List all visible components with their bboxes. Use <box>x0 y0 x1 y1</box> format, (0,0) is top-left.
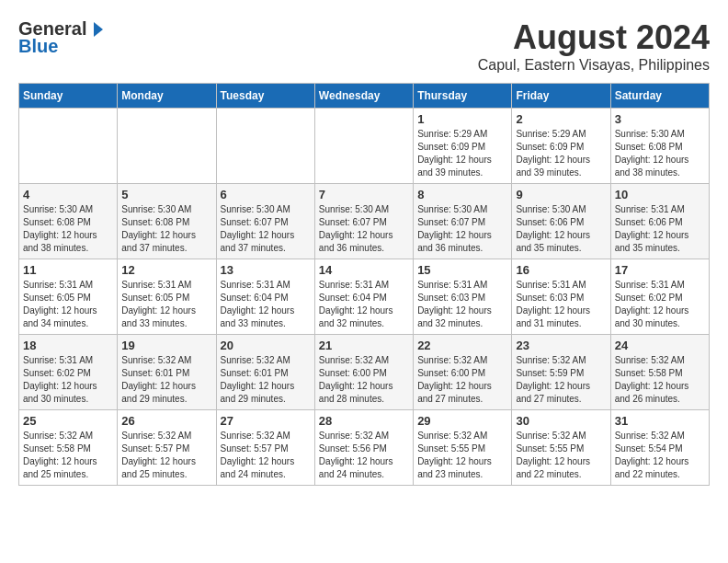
calendar-header: SundayMondayTuesdayWednesdayThursdayFrid… <box>19 84 710 109</box>
calendar-cell: 14 Sunrise: 5:31 AM Sunset: 6:04 PM Dayl… <box>314 259 413 335</box>
title-area: August 2024 Capul, Eastern Visayas, Phil… <box>478 18 710 74</box>
calendar-cell: 11 Sunrise: 5:31 AM Sunset: 6:05 PM Dayl… <box>19 259 118 335</box>
day-info: Sunrise: 5:31 AM Sunset: 6:04 PM Dayligh… <box>319 279 409 330</box>
day-number: 4 <box>23 188 113 201</box>
logo-arrow-icon <box>86 20 105 39</box>
day-info: Sunrise: 5:31 AM Sunset: 6:05 PM Dayligh… <box>23 279 113 330</box>
day-info: Sunrise: 5:32 AM Sunset: 6:01 PM Dayligh… <box>221 354 311 406</box>
subtitle: Capul, Eastern Visayas, Philippines <box>478 57 710 74</box>
day-number: 9 <box>516 188 606 201</box>
day-number: 20 <box>221 339 311 352</box>
day-info: Sunrise: 5:32 AM Sunset: 6:00 PM Dayligh… <box>417 354 507 406</box>
calendar-cell: 12 Sunrise: 5:31 AM Sunset: 6:05 PM Dayl… <box>118 259 216 335</box>
day-number: 7 <box>319 188 409 201</box>
day-info: Sunrise: 5:31 AM Sunset: 6:03 PM Dayligh… <box>516 279 606 330</box>
calendar-cell: 24 Sunrise: 5:32 AM Sunset: 5:58 PM Dayl… <box>610 335 709 410</box>
day-info: Sunrise: 5:30 AM Sunset: 6:08 PM Dayligh… <box>615 128 705 179</box>
logo: General Blue <box>18 18 105 57</box>
day-info: Sunrise: 5:32 AM Sunset: 6:00 PM Dayligh… <box>319 354 409 406</box>
calendar-cell: 3 Sunrise: 5:30 AM Sunset: 6:08 PM Dayli… <box>610 109 709 184</box>
day-info: Sunrise: 5:32 AM Sunset: 5:57 PM Dayligh… <box>121 430 211 481</box>
week-row-1: 1 Sunrise: 5:29 AM Sunset: 6:09 PM Dayli… <box>19 109 710 184</box>
day-number: 21 <box>319 339 409 352</box>
day-info: Sunrise: 5:32 AM Sunset: 5:58 PM Dayligh… <box>23 430 113 481</box>
day-header-tuesday: Tuesday <box>216 84 314 109</box>
calendar-cell: 22 Sunrise: 5:32 AM Sunset: 6:00 PM Dayl… <box>414 335 512 410</box>
calendar-table: SundayMondayTuesdayWednesdayThursdayFrid… <box>18 83 710 486</box>
calendar-cell: 25 Sunrise: 5:32 AM Sunset: 5:58 PM Dayl… <box>19 410 118 486</box>
calendar-cell: 18 Sunrise: 5:31 AM Sunset: 6:02 PM Dayl… <box>19 335 118 410</box>
day-info: Sunrise: 5:32 AM Sunset: 5:54 PM Dayligh… <box>615 430 705 481</box>
day-header-friday: Friday <box>512 84 610 109</box>
day-number: 31 <box>615 414 705 428</box>
calendar-cell: 2 Sunrise: 5:29 AM Sunset: 6:09 PM Dayli… <box>512 109 610 184</box>
day-number: 28 <box>319 414 409 428</box>
day-number: 16 <box>516 263 606 277</box>
calendar-cell: 20 Sunrise: 5:32 AM Sunset: 6:01 PM Dayl… <box>216 335 314 410</box>
calendar-cell: 6 Sunrise: 5:30 AM Sunset: 6:07 PM Dayli… <box>216 184 314 259</box>
calendar-cell <box>216 109 314 184</box>
day-info: Sunrise: 5:29 AM Sunset: 6:09 PM Dayligh… <box>417 128 507 179</box>
day-number: 25 <box>23 414 113 428</box>
day-header-thursday: Thursday <box>414 84 512 109</box>
calendar-cell: 23 Sunrise: 5:32 AM Sunset: 5:59 PM Dayl… <box>512 335 610 410</box>
calendar-cell: 13 Sunrise: 5:31 AM Sunset: 6:04 PM Dayl… <box>216 259 314 335</box>
calendar-cell: 26 Sunrise: 5:32 AM Sunset: 5:57 PM Dayl… <box>118 410 216 486</box>
day-number: 15 <box>417 263 507 277</box>
day-info: Sunrise: 5:32 AM Sunset: 5:57 PM Dayligh… <box>221 430 311 481</box>
day-header-monday: Monday <box>118 84 216 109</box>
week-row-4: 18 Sunrise: 5:31 AM Sunset: 6:02 PM Dayl… <box>19 335 710 410</box>
calendar-cell: 28 Sunrise: 5:32 AM Sunset: 5:56 PM Dayl… <box>314 410 413 486</box>
calendar-cell: 30 Sunrise: 5:32 AM Sunset: 5:55 PM Dayl… <box>512 410 610 486</box>
day-header-saturday: Saturday <box>610 84 709 109</box>
calendar-cell: 1 Sunrise: 5:29 AM Sunset: 6:09 PM Dayli… <box>414 109 512 184</box>
calendar-cell <box>314 109 413 184</box>
calendar-cell <box>19 109 118 184</box>
day-header-sunday: Sunday <box>19 84 118 109</box>
svg-marker-0 <box>94 22 103 37</box>
calendar-cell: 17 Sunrise: 5:31 AM Sunset: 6:02 PM Dayl… <box>610 259 709 335</box>
calendar-cell: 27 Sunrise: 5:32 AM Sunset: 5:57 PM Dayl… <box>216 410 314 486</box>
calendar-cell: 21 Sunrise: 5:32 AM Sunset: 6:00 PM Dayl… <box>314 335 413 410</box>
day-number: 8 <box>417 188 507 201</box>
day-number: 24 <box>615 339 705 352</box>
day-number: 30 <box>516 414 606 428</box>
day-info: Sunrise: 5:30 AM Sunset: 6:08 PM Dayligh… <box>23 203 113 255</box>
day-number: 18 <box>23 339 113 352</box>
logo-blue-text: Blue <box>18 36 58 56</box>
week-row-2: 4 Sunrise: 5:30 AM Sunset: 6:08 PM Dayli… <box>19 184 710 259</box>
day-info: Sunrise: 5:30 AM Sunset: 6:07 PM Dayligh… <box>221 203 311 255</box>
main-title: August 2024 <box>478 18 710 57</box>
day-number: 10 <box>615 188 705 201</box>
day-info: Sunrise: 5:31 AM Sunset: 6:02 PM Dayligh… <box>23 354 113 406</box>
day-number: 29 <box>417 414 507 428</box>
day-info: Sunrise: 5:32 AM Sunset: 6:01 PM Dayligh… <box>121 354 211 406</box>
day-number: 13 <box>221 263 311 277</box>
day-info: Sunrise: 5:30 AM Sunset: 6:06 PM Dayligh… <box>516 203 606 255</box>
day-number: 11 <box>23 263 113 277</box>
week-row-3: 11 Sunrise: 5:31 AM Sunset: 6:05 PM Dayl… <box>19 259 710 335</box>
day-info: Sunrise: 5:32 AM Sunset: 5:55 PM Dayligh… <box>516 430 606 481</box>
day-number: 14 <box>319 263 409 277</box>
day-info: Sunrise: 5:29 AM Sunset: 6:09 PM Dayligh… <box>516 128 606 179</box>
day-info: Sunrise: 5:32 AM Sunset: 5:56 PM Dayligh… <box>319 430 409 481</box>
calendar-cell: 4 Sunrise: 5:30 AM Sunset: 6:08 PM Dayli… <box>19 184 118 259</box>
day-number: 3 <box>615 112 705 126</box>
day-number: 19 <box>121 339 211 352</box>
day-number: 5 <box>121 188 211 201</box>
day-info: Sunrise: 5:32 AM Sunset: 5:58 PM Dayligh… <box>615 354 705 406</box>
day-number: 12 <box>121 263 211 277</box>
day-number: 2 <box>516 112 606 126</box>
day-number: 23 <box>516 339 606 352</box>
day-info: Sunrise: 5:31 AM Sunset: 6:04 PM Dayligh… <box>221 279 311 330</box>
day-info: Sunrise: 5:30 AM Sunset: 6:07 PM Dayligh… <box>319 203 409 255</box>
day-info: Sunrise: 5:31 AM Sunset: 6:06 PM Dayligh… <box>615 203 705 255</box>
calendar-cell <box>118 109 216 184</box>
day-info: Sunrise: 5:31 AM Sunset: 6:03 PM Dayligh… <box>417 279 507 330</box>
day-info: Sunrise: 5:32 AM Sunset: 5:59 PM Dayligh… <box>516 354 606 406</box>
calendar-cell: 7 Sunrise: 5:30 AM Sunset: 6:07 PM Dayli… <box>314 184 413 259</box>
calendar-cell: 8 Sunrise: 5:30 AM Sunset: 6:07 PM Dayli… <box>414 184 512 259</box>
calendar-cell: 19 Sunrise: 5:32 AM Sunset: 6:01 PM Dayl… <box>118 335 216 410</box>
day-info: Sunrise: 5:32 AM Sunset: 5:55 PM Dayligh… <box>417 430 507 481</box>
day-info: Sunrise: 5:31 AM Sunset: 6:05 PM Dayligh… <box>121 279 211 330</box>
